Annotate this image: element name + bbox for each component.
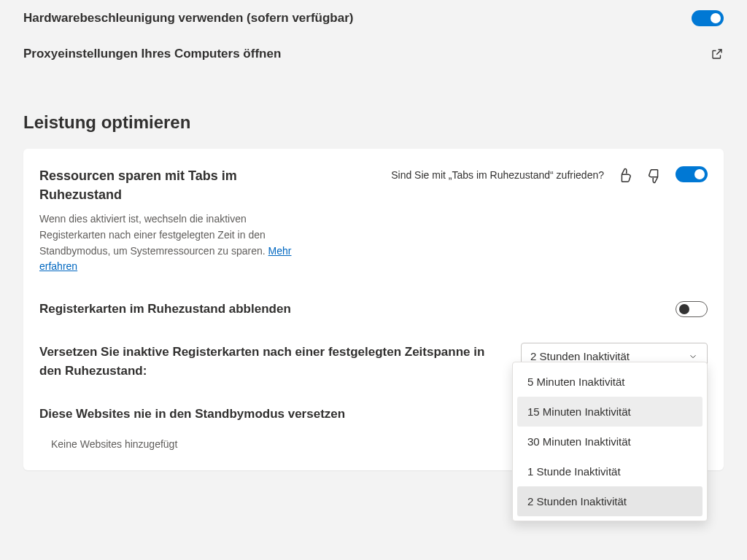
sleeping-tabs-desc: Wenn dies aktiviert ist, wechseln die in… — [39, 211, 309, 275]
sleeping-tabs-title: Ressourcen sparen mit Tabs im Ruhezustan… — [39, 166, 309, 204]
external-link-icon[interactable] — [711, 47, 724, 61]
sleeping-tabs-card: Ressourcen sparen mit Tabs im Ruhezustan… — [23, 149, 724, 470]
never-sleep-label: Diese Websites nie in den Standbymodus v… — [39, 405, 506, 424]
timeout-selected-value: 2 Stunden Inaktivität — [530, 350, 630, 362]
fade-tabs-label: Registerkarten im Ruhezustand abblenden — [39, 300, 291, 319]
timeout-option-5min[interactable]: 5 Minuten Inaktivität — [517, 367, 703, 397]
chevron-down-icon — [688, 351, 698, 362]
feedback-question: Sind Sie mit „Tabs im Ruhezustand“ zufri… — [391, 169, 604, 181]
timeout-option-2h[interactable]: 2 Stunden Inaktivität — [517, 486, 703, 516]
timeout-label: Versetzen Sie inaktive Registerkarten na… — [39, 343, 506, 380]
hardware-accel-toggle[interactable] — [692, 10, 724, 26]
timeout-option-1h[interactable]: 1 Stunde Inaktivität — [517, 456, 703, 486]
thumbs-up-icon[interactable] — [617, 168, 633, 184]
sleeping-tabs-toggle[interactable] — [676, 166, 708, 182]
sleeping-tabs-desc-text: Wenn dies aktiviert ist, wechseln die in… — [39, 213, 268, 256]
thumbs-down-icon[interactable] — [646, 168, 662, 184]
section-title-performance: Leistung optimieren — [23, 112, 724, 133]
proxy-settings-label: Proxyeinstellungen Ihres Computers öffne… — [23, 47, 281, 61]
fade-tabs-toggle[interactable] — [676, 301, 708, 317]
hardware-accel-label: Hardwarebeschleunigung verwenden (sofern… — [23, 11, 353, 26]
timeout-dropdown-menu: 5 Minuten Inaktivität 15 Minuten Inaktiv… — [512, 362, 708, 521]
timeout-option-15min[interactable]: 15 Minuten Inaktivität — [517, 397, 703, 427]
timeout-option-30min[interactable]: 30 Minuten Inaktivität — [517, 427, 703, 456]
